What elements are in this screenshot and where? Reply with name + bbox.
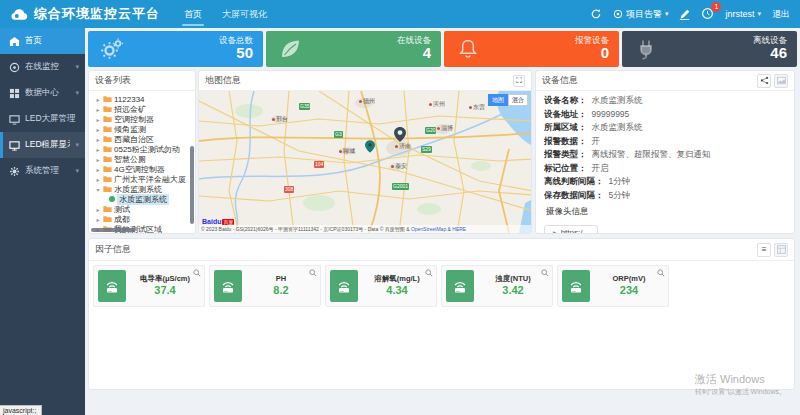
grid-view-icon[interactable] xyxy=(774,243,788,257)
tree-item[interactable]: ▸倾角监测 xyxy=(95,124,193,134)
stats-row: 设备总数 50 在线设备 4 报警设备 0 离线设备 46 xyxy=(88,31,797,67)
road-badge: 104 xyxy=(314,161,324,168)
chevron-down-icon: ▾ xyxy=(75,141,79,149)
stat-card-online-devices[interactable]: 在线设备 4 xyxy=(266,31,441,67)
windows-activation-watermark: 激活 Windows 转到“设置”以激活 Windows。 xyxy=(695,372,786,397)
stat-label: 离线设备 xyxy=(753,36,787,45)
user-dropdown[interactable]: jnrstest ▾ xyxy=(725,9,761,19)
factor-card-dissolved-oxygen[interactable]: 溶解氧(mg/L) 4.34 xyxy=(325,265,437,307)
tree-item-expanded[interactable]: ▾水质监测系统 xyxy=(95,184,193,194)
tree-item[interactable]: ▸成都 xyxy=(95,214,193,224)
map-city-label: 滨州 xyxy=(429,100,445,109)
map-type-button-map[interactable]: 地图 xyxy=(488,94,508,106)
here-link[interactable]: HERE xyxy=(452,226,466,232)
cloud-logo-icon xyxy=(10,8,28,21)
image-icon[interactable] xyxy=(774,74,788,88)
edit-icon[interactable] xyxy=(679,9,690,20)
chevron-down-icon: ▾ xyxy=(75,167,79,175)
folder-icon xyxy=(103,135,112,143)
project-alarm-dropdown[interactable]: 项目告警 ▾ xyxy=(613,8,669,21)
map-city-label: 泰安 xyxy=(391,162,407,171)
sidebar-item-led-display[interactable]: LED租屏显示 ▾ xyxy=(0,132,85,158)
tree-item-selected-device[interactable]: 水质监测系统 xyxy=(95,194,193,204)
factor-card-turbidity[interactable]: 浊度(NTU) 3.42 xyxy=(441,265,553,307)
notification-badge: 1 xyxy=(711,2,721,12)
device-address-value: 99999995 xyxy=(592,109,630,119)
folder-icon xyxy=(103,185,112,193)
road-badge: G2001 xyxy=(392,183,409,190)
tree-horizontal-scrollbar[interactable] xyxy=(91,228,135,232)
username: jnrstest xyxy=(725,9,754,19)
stat-label: 报警设备 xyxy=(575,36,609,45)
search-icon[interactable] xyxy=(657,269,665,277)
chevron-down-icon: ▾ xyxy=(665,10,669,18)
chevron-down-icon: ▾ xyxy=(75,63,79,71)
road-badge: 308 xyxy=(284,186,294,193)
map-attribution: © 2023 Baidu - GS(2021)6026号 - 甲测资字11111… xyxy=(199,225,531,233)
map-canvas[interactable]: 德州 滨州 东营 邢台 聊城 济南 淄博 泰安 G35 G20 S29 G200… xyxy=(199,91,531,233)
tree-item[interactable]: ▸空调控制器 xyxy=(95,114,193,124)
folder-icon xyxy=(103,105,112,113)
search-icon[interactable] xyxy=(193,269,201,277)
tree-item[interactable]: ▸智慧公厕 xyxy=(95,154,193,164)
caret-right-icon: ▸ xyxy=(95,116,101,123)
map-marker-dark[interactable] xyxy=(394,127,406,142)
factor-label: 电导率(μS/cm) xyxy=(130,274,200,283)
caret-right-icon: ▸ xyxy=(95,206,101,213)
factor-value: 3.42 xyxy=(478,284,548,298)
factor-card-ph[interactable]: PH 8.2 xyxy=(209,265,321,307)
bell-icon xyxy=(456,37,480,61)
tree-item[interactable]: ▸0525粉尘测试勿动 xyxy=(95,144,193,154)
stat-card-alarm-devices[interactable]: 报警设备 0 xyxy=(444,31,619,67)
map-type-button-hybrid[interactable]: 混合 xyxy=(508,94,528,106)
monitor-icon xyxy=(9,62,20,73)
search-icon[interactable] xyxy=(541,269,549,277)
share-icon[interactable] xyxy=(757,74,771,88)
notification-button[interactable]: 1 xyxy=(701,7,714,22)
stat-value: 0 xyxy=(575,45,609,62)
caret-right-icon: ▸ xyxy=(95,216,101,223)
list-view-icon[interactable]: ≡ xyxy=(757,243,771,257)
tree-item[interactable]: ▸招远金矿 xyxy=(95,104,193,114)
tree-vertical-scrollbar[interactable] xyxy=(190,146,194,224)
caret-right-icon: ▸ xyxy=(95,106,101,113)
tree-item[interactable]: ▸广州太平洋金融大厦 xyxy=(95,174,193,184)
stat-label: 设备总数 xyxy=(219,36,253,45)
map-city-label: 淄博 xyxy=(437,124,453,133)
gear-icon xyxy=(9,166,20,177)
sidebar-item-home[interactable]: 首页 xyxy=(0,28,85,54)
search-icon[interactable] xyxy=(309,269,317,277)
camera-stream-button[interactable]: ▶ https:/... xyxy=(544,225,598,234)
search-icon[interactable] xyxy=(425,269,433,277)
sensor-icon xyxy=(452,278,468,294)
tree-item[interactable]: ▸1122334 xyxy=(95,94,193,104)
road-badge: G35 xyxy=(299,103,310,110)
osm-link[interactable]: OpenStreetMap xyxy=(411,226,446,232)
device-list-panel: 设备列表 ▸1122334 ▸招远金矿 ▸空调控制器 ▸倾角监测 ▸西藏自治区 … xyxy=(88,70,196,234)
factor-label: 溶解氧(mg/L) xyxy=(362,274,432,283)
map-marker-teal[interactable] xyxy=(365,140,375,153)
tree-item[interactable]: ▸测试 xyxy=(95,204,193,214)
top-nav: 首页 大屏可视化 xyxy=(174,0,277,28)
stat-card-total-devices[interactable]: 设备总数 50 xyxy=(88,31,263,67)
alarm-type-value: 离线报警、超限报警、复归通知 xyxy=(592,149,711,161)
factor-value: 8.2 xyxy=(246,284,316,298)
factor-card-orp[interactable]: ORP(mV) 234 xyxy=(557,265,669,307)
sidebar-item-online-monitor[interactable]: 在线监控 ▾ xyxy=(0,54,85,80)
device-region-value: 水质监测系统 xyxy=(592,122,643,134)
tab-big-screen[interactable]: 大屏可视化 xyxy=(212,0,277,28)
sidebar-item-data-center[interactable]: 数据中心 ▾ xyxy=(0,80,85,106)
logout-button[interactable]: 退出 xyxy=(772,8,790,21)
sidebar-item-led-screen-mgmt[interactable]: LED大屏管理 xyxy=(0,106,85,132)
map-base-layer xyxy=(199,91,531,233)
stat-card-offline-devices[interactable]: 离线设备 46 xyxy=(622,31,797,67)
factor-card-conductivity[interactable]: 电导率(μS/cm) 37.4 xyxy=(93,265,205,307)
tree-item[interactable]: ▸西藏自治区 xyxy=(95,134,193,144)
tree-item[interactable]: ▸4G空调控制器 xyxy=(95,164,193,174)
sidebar-item-system-mgmt[interactable]: 系统管理 ▾ xyxy=(0,158,85,184)
fullscreen-icon[interactable]: ⛶ xyxy=(513,75,525,87)
sync-icon[interactable] xyxy=(590,8,602,20)
tab-home[interactable]: 首页 xyxy=(174,0,212,28)
map-city-label: 东营 xyxy=(469,103,485,112)
browser-status-text: javascript:; xyxy=(0,405,42,415)
